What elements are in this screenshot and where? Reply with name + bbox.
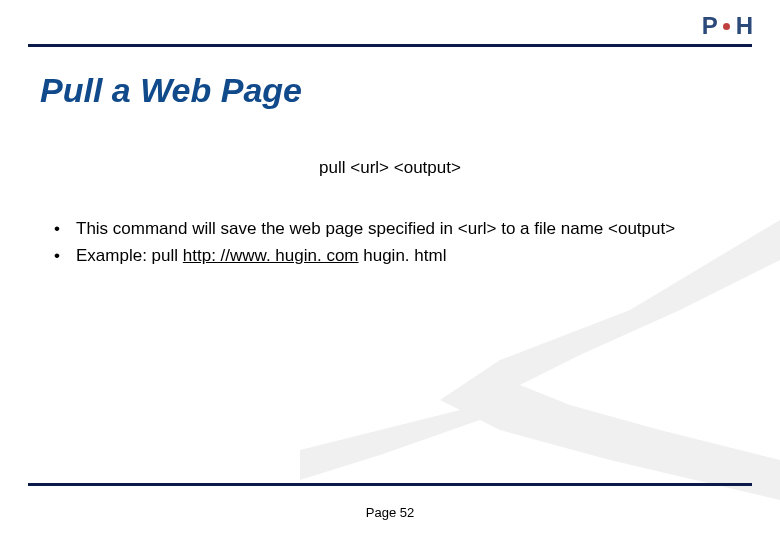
list-item: This command will save the web page spec…	[50, 218, 740, 241]
bullet-text: This command will save the web page spec…	[76, 219, 675, 238]
bullet-text-pre: Example: pull	[76, 246, 183, 265]
example-url-link[interactable]: http: //www. hugin. com	[183, 246, 359, 265]
bottom-divider	[28, 483, 752, 486]
bullet-text-post: hugin. html	[359, 246, 447, 265]
bullet-list: This command will save the web page spec…	[40, 218, 740, 268]
logo-dot-icon	[723, 23, 730, 30]
command-syntax: pull <url> <output>	[40, 158, 740, 178]
slide-title: Pull a Web Page	[40, 71, 740, 110]
list-item: Example: pull http: //www. hugin. com hu…	[50, 245, 740, 268]
page-number: Page 52	[0, 505, 780, 520]
logo: P H	[702, 12, 752, 40]
content-area: Pull a Web Page pull <url> <output> This…	[0, 47, 780, 268]
header: P H	[0, 0, 780, 40]
logo-letter-p: P	[702, 12, 717, 40]
logo-letter-h: H	[736, 12, 752, 40]
